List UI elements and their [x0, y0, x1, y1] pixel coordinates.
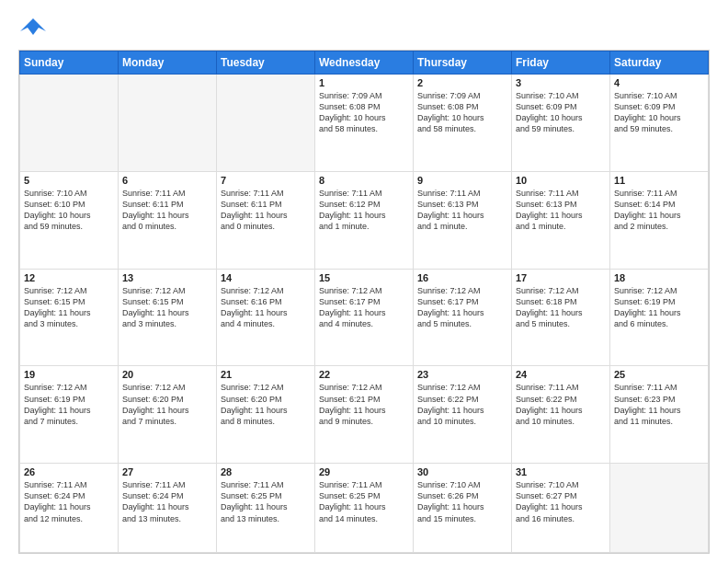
day-number: 8 [319, 175, 409, 186]
day-info: Sunrise: 7:10 AM Sunset: 6:09 PM Dayligh… [614, 90, 704, 135]
svg-marker-0 [20, 18, 46, 35]
day-cell: 8Sunrise: 7:11 AM Sunset: 6:12 PM Daylig… [315, 171, 414, 269]
day-cell: 28Sunrise: 7:11 AM Sunset: 6:25 PM Dayli… [217, 464, 315, 553]
day-info: Sunrise: 7:10 AM Sunset: 6:09 PM Dayligh… [516, 90, 606, 135]
day-cell: 21Sunrise: 7:12 AM Sunset: 6:20 PM Dayli… [217, 366, 315, 464]
day-info: Sunrise: 7:12 AM Sunset: 6:16 PM Dayligh… [221, 285, 311, 330]
day-cell: 12Sunrise: 7:12 AM Sunset: 6:15 PM Dayli… [20, 269, 119, 366]
day-cell: 9Sunrise: 7:11 AM Sunset: 6:13 PM Daylig… [414, 171, 512, 269]
day-cell: 29Sunrise: 7:11 AM Sunset: 6:25 PM Dayli… [315, 464, 414, 553]
day-cell [119, 75, 217, 172]
day-number: 17 [516, 272, 606, 283]
day-cell: 16Sunrise: 7:12 AM Sunset: 6:17 PM Dayli… [414, 269, 512, 366]
day-cell: 23Sunrise: 7:12 AM Sunset: 6:22 PM Dayli… [414, 366, 512, 464]
day-number: 28 [221, 466, 311, 477]
day-cell: 2Sunrise: 7:09 AM Sunset: 6:08 PM Daylig… [414, 75, 512, 172]
day-cell: 7Sunrise: 7:11 AM Sunset: 6:11 PM Daylig… [217, 171, 315, 269]
day-info: Sunrise: 7:10 AM Sunset: 6:10 PM Dayligh… [24, 188, 114, 233]
day-cell: 24Sunrise: 7:11 AM Sunset: 6:22 PM Dayli… [512, 366, 610, 464]
day-number: 7 [221, 175, 311, 186]
col-friday: Friday [512, 52, 610, 75]
day-cell [217, 75, 315, 172]
day-info: Sunrise: 7:11 AM Sunset: 6:12 PM Dayligh… [319, 188, 409, 233]
day-number: 3 [516, 77, 606, 88]
week-row-4: 26Sunrise: 7:11 AM Sunset: 6:24 PM Dayli… [20, 464, 709, 553]
day-info: Sunrise: 7:12 AM Sunset: 6:20 PM Dayligh… [122, 382, 212, 427]
day-number: 27 [122, 466, 212, 477]
day-info: Sunrise: 7:10 AM Sunset: 6:26 PM Dayligh… [417, 479, 507, 524]
day-number: 10 [516, 175, 606, 186]
day-info: Sunrise: 7:12 AM Sunset: 6:17 PM Dayligh… [417, 285, 507, 330]
calendar: Sunday Monday Tuesday Wednesday Thursday… [18, 50, 710, 554]
day-cell: 13Sunrise: 7:12 AM Sunset: 6:15 PM Dayli… [119, 269, 217, 366]
day-cell: 6Sunrise: 7:11 AM Sunset: 6:11 PM Daylig… [119, 171, 217, 269]
logo-bird-icon [20, 15, 46, 40]
day-info: Sunrise: 7:12 AM Sunset: 6:15 PM Dayligh… [122, 285, 212, 330]
header [18, 15, 710, 40]
day-cell: 5Sunrise: 7:10 AM Sunset: 6:10 PM Daylig… [20, 171, 119, 269]
col-saturday: Saturday [610, 52, 709, 75]
header-row: Sunday Monday Tuesday Wednesday Thursday… [20, 52, 709, 75]
day-info: Sunrise: 7:11 AM Sunset: 6:24 PM Dayligh… [122, 479, 212, 524]
day-info: Sunrise: 7:09 AM Sunset: 6:08 PM Dayligh… [417, 90, 507, 135]
day-number: 13 [122, 272, 212, 283]
day-number: 29 [319, 466, 409, 477]
day-number: 12 [24, 272, 114, 283]
day-cell: 18Sunrise: 7:12 AM Sunset: 6:19 PM Dayli… [610, 269, 709, 366]
day-cell: 11Sunrise: 7:11 AM Sunset: 6:14 PM Dayli… [610, 171, 709, 269]
day-cell: 26Sunrise: 7:11 AM Sunset: 6:24 PM Dayli… [20, 464, 119, 553]
day-info: Sunrise: 7:11 AM Sunset: 6:13 PM Dayligh… [417, 188, 507, 233]
day-cell: 14Sunrise: 7:12 AM Sunset: 6:16 PM Dayli… [217, 269, 315, 366]
day-info: Sunrise: 7:12 AM Sunset: 6:18 PM Dayligh… [516, 285, 606, 330]
day-cell: 30Sunrise: 7:10 AM Sunset: 6:26 PM Dayli… [414, 464, 512, 553]
day-info: Sunrise: 7:11 AM Sunset: 6:11 PM Dayligh… [221, 188, 311, 233]
week-row-2: 12Sunrise: 7:12 AM Sunset: 6:15 PM Dayli… [20, 269, 709, 366]
day-cell: 4Sunrise: 7:10 AM Sunset: 6:09 PM Daylig… [610, 75, 709, 172]
day-number: 9 [417, 175, 507, 186]
day-cell: 22Sunrise: 7:12 AM Sunset: 6:21 PM Dayli… [315, 366, 414, 464]
day-cell: 20Sunrise: 7:12 AM Sunset: 6:20 PM Dayli… [119, 366, 217, 464]
day-info: Sunrise: 7:12 AM Sunset: 6:20 PM Dayligh… [221, 382, 311, 427]
day-cell: 31Sunrise: 7:10 AM Sunset: 6:27 PM Dayli… [512, 464, 610, 553]
day-number: 20 [122, 369, 212, 380]
day-number: 1 [319, 77, 409, 88]
day-cell: 17Sunrise: 7:12 AM Sunset: 6:18 PM Dayli… [512, 269, 610, 366]
day-cell [20, 75, 119, 172]
week-row-0: 1Sunrise: 7:09 AM Sunset: 6:08 PM Daylig… [20, 75, 709, 172]
day-number: 14 [221, 272, 311, 283]
day-info: Sunrise: 7:11 AM Sunset: 6:23 PM Dayligh… [614, 382, 704, 427]
day-number: 26 [24, 466, 114, 477]
day-info: Sunrise: 7:11 AM Sunset: 6:13 PM Dayligh… [516, 188, 606, 233]
day-info: Sunrise: 7:11 AM Sunset: 6:24 PM Dayligh… [24, 479, 114, 524]
day-number: 31 [516, 466, 606, 477]
day-number: 2 [417, 77, 507, 88]
day-info: Sunrise: 7:11 AM Sunset: 6:14 PM Dayligh… [614, 188, 704, 233]
day-cell: 3Sunrise: 7:10 AM Sunset: 6:09 PM Daylig… [512, 75, 610, 172]
day-cell: 15Sunrise: 7:12 AM Sunset: 6:17 PM Dayli… [315, 269, 414, 366]
day-number: 22 [319, 369, 409, 380]
day-number: 11 [614, 175, 704, 186]
day-cell [610, 464, 709, 553]
calendar-table: Sunday Monday Tuesday Wednesday Thursday… [19, 51, 709, 553]
col-thursday: Thursday [414, 52, 512, 75]
day-info: Sunrise: 7:12 AM Sunset: 6:15 PM Dayligh… [24, 285, 114, 330]
day-info: Sunrise: 7:10 AM Sunset: 6:27 PM Dayligh… [516, 479, 606, 524]
week-row-1: 5Sunrise: 7:10 AM Sunset: 6:10 PM Daylig… [20, 171, 709, 269]
col-sunday: Sunday [20, 52, 119, 75]
day-info: Sunrise: 7:11 AM Sunset: 6:22 PM Dayligh… [516, 382, 606, 427]
day-info: Sunrise: 7:12 AM Sunset: 6:17 PM Dayligh… [319, 285, 409, 330]
col-wednesday: Wednesday [315, 52, 414, 75]
day-info: Sunrise: 7:11 AM Sunset: 6:11 PM Dayligh… [122, 188, 212, 233]
day-number: 23 [417, 369, 507, 380]
day-number: 4 [614, 77, 704, 88]
page: Sunday Monday Tuesday Wednesday Thursday… [0, 0, 728, 563]
day-info: Sunrise: 7:12 AM Sunset: 6:22 PM Dayligh… [417, 382, 507, 427]
day-cell: 25Sunrise: 7:11 AM Sunset: 6:23 PM Dayli… [610, 366, 709, 464]
day-info: Sunrise: 7:09 AM Sunset: 6:08 PM Dayligh… [319, 90, 409, 135]
day-info: Sunrise: 7:12 AM Sunset: 6:21 PM Dayligh… [319, 382, 409, 427]
day-number: 24 [516, 369, 606, 380]
col-tuesday: Tuesday [217, 52, 315, 75]
day-number: 18 [614, 272, 704, 283]
week-row-3: 19Sunrise: 7:12 AM Sunset: 6:19 PM Dayli… [20, 366, 709, 464]
day-info: Sunrise: 7:11 AM Sunset: 6:25 PM Dayligh… [319, 479, 409, 524]
